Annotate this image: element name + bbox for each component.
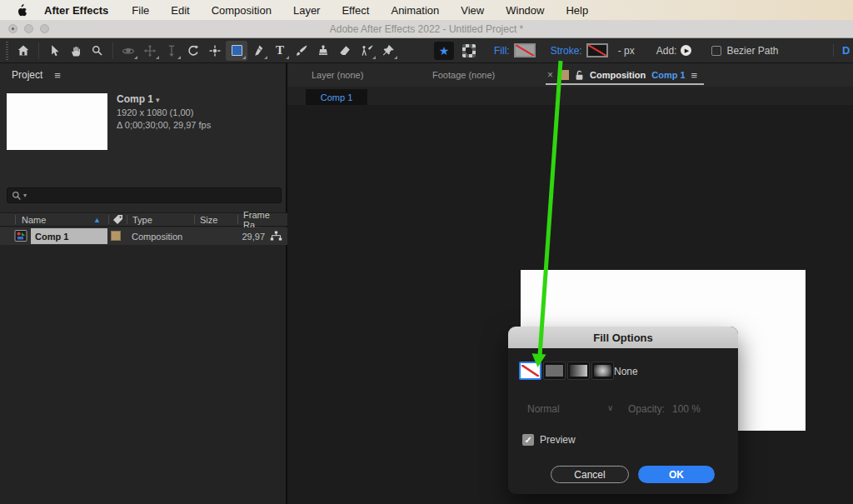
fill-type-radial-gradient-button[interactable] <box>591 362 614 380</box>
selection-tool-button[interactable] <box>43 41 65 61</box>
workspace-tab-partial[interactable]: D <box>833 44 850 57</box>
orbit-camera-icon <box>122 44 135 57</box>
menu-item-window[interactable]: Window <box>495 4 555 17</box>
roto-brush-tool-button[interactable] <box>356 41 377 61</box>
create-shape-button[interactable]: ★ <box>434 42 454 60</box>
viewer-tab-strip: Layer (none) Footage (none) × Compositio… <box>287 63 853 87</box>
chevron-down-icon: ∨ <box>607 403 613 412</box>
pen-tool-button[interactable] <box>247 41 269 61</box>
opacity-label: Opacity: <box>628 403 665 415</box>
home-button[interactable] <box>12 41 34 61</box>
tab-composition-label: Composition <box>590 70 646 80</box>
toolbar-separator <box>112 42 113 59</box>
roto-brush-icon <box>360 44 374 57</box>
table-row-comp1[interactable]: Comp 1 Composition 29,97 <box>0 227 287 245</box>
apple-menu[interactable] <box>10 4 32 17</box>
label-color-swatch[interactable] <box>111 231 121 241</box>
comp-duration: Δ 0;00;30;00, 29,97 fps <box>117 119 211 132</box>
menu-item-animation[interactable]: Animation <box>380 4 450 17</box>
type-tool-icon: T <box>276 43 284 57</box>
add-property-button[interactable]: ▶ <box>681 45 691 56</box>
comp-name[interactable]: Comp 1 <box>117 93 153 105</box>
type-tool-button[interactable]: T <box>269 41 291 61</box>
flowchart-icon[interactable] <box>270 231 282 243</box>
mask-icon <box>462 44 476 57</box>
preview-label: Preview <box>540 434 576 446</box>
row-name-cell[interactable]: Comp 1 <box>31 228 107 244</box>
fill-type-solid-button[interactable] <box>543 362 566 380</box>
project-panel-tab[interactable]: Project <box>12 69 42 81</box>
tab-composition-comp-name: Comp 1 <box>651 70 685 80</box>
row-frame-rate-cell: 29,97 <box>242 232 265 242</box>
unlock-icon[interactable] <box>575 70 584 81</box>
close-icon[interactable]: × <box>547 69 553 81</box>
menu-item-edit[interactable]: Edit <box>160 4 200 17</box>
clone-stamp-tool-button[interactable] <box>312 41 334 61</box>
menu-item-help[interactable]: Help <box>555 4 599 17</box>
stroke-color-swatch[interactable] <box>586 43 608 57</box>
toolbar-grip-handle[interactable] <box>4 42 10 60</box>
pan-behind-tool-button[interactable] <box>204 41 226 61</box>
fill-label[interactable]: Fill: <box>494 45 510 57</box>
pan-camera-tool-button <box>139 41 161 61</box>
panel-menu-icon[interactable]: ≡ <box>691 69 698 82</box>
project-table-header: Name ▲ Type Size Frame Ra.. <box>0 212 287 227</box>
create-mask-button[interactable] <box>459 42 479 60</box>
cancel-button[interactable]: Cancel <box>551 466 629 483</box>
preview-checkbox[interactable]: ✓ <box>522 434 534 446</box>
menu-item-file[interactable]: File <box>121 4 160 17</box>
menu-item-composition[interactable]: Composition <box>201 4 282 17</box>
stroke-label[interactable]: Stroke: <box>551 45 582 57</box>
viewer-tab-comp1[interactable]: Comp 1 <box>306 89 367 105</box>
tab-label-color-swatch <box>559 70 569 80</box>
composition-item-icon <box>14 229 27 244</box>
pan-camera-icon <box>143 44 157 57</box>
window-title-bar: Adobe After Effects 2022 - Untitled Proj… <box>0 20 853 38</box>
fill-type-linear-gradient-button[interactable] <box>567 362 590 380</box>
fill-color-swatch[interactable] <box>514 43 536 57</box>
dialog-buttons: Cancel OK <box>508 466 738 484</box>
chevron-down-icon[interactable]: ▾ <box>156 96 160 104</box>
fill-type-selected-label: None <box>614 366 638 377</box>
stroke-width-value[interactable]: - px <box>618 45 635 57</box>
brush-tool-button[interactable] <box>291 41 312 61</box>
puppet-pin-tool-button[interactable] <box>377 41 399 61</box>
column-header-type[interactable]: Type <box>127 215 194 224</box>
menu-item-view[interactable]: View <box>450 4 495 17</box>
eraser-tool-button[interactable] <box>334 41 356 61</box>
sort-ascending-icon[interactable]: ▲ <box>93 216 101 224</box>
project-list-empty-area <box>0 245 286 504</box>
blend-opacity-row: Normal ∨ Opacity: 100 % <box>508 403 738 417</box>
tag-icon <box>112 214 123 225</box>
fill-solid-icon <box>546 365 563 377</box>
comp-info: Comp 1 ▾ 1920 x 1080 (1,00) Δ 0;00;30;00… <box>117 93 211 132</box>
main-area: Project ≡ Comp 1 ▾ 1920 x 1080 (1,00) Δ … <box>0 63 853 504</box>
tab-layer[interactable]: Layer (none) <box>312 70 363 80</box>
column-header-label[interactable] <box>108 215 127 224</box>
search-input[interactable] <box>28 191 262 201</box>
fill-type-none-button[interactable] <box>519 362 541 380</box>
apple-icon <box>16 4 27 17</box>
rotate-icon <box>187 44 200 57</box>
column-header-frame-rate[interactable]: Frame Ra.. <box>237 215 287 224</box>
hand-tool-button[interactable] <box>65 41 87 61</box>
panel-menu-icon[interactable]: ≡ <box>54 69 61 82</box>
project-search-box[interactable]: ▾ <box>7 187 282 203</box>
menu-item-effect[interactable]: Effect <box>331 4 380 17</box>
search-icon <box>12 191 22 201</box>
column-header-size[interactable]: Size <box>194 215 237 224</box>
ok-button[interactable]: OK <box>638 466 715 483</box>
magnifier-icon <box>91 44 104 57</box>
menu-item-app[interactable]: After Effects <box>32 4 121 17</box>
rectangle-tool-button[interactable] <box>226 41 247 61</box>
rotate-tool-button[interactable] <box>182 41 204 61</box>
menu-item-layer[interactable]: Layer <box>282 4 332 17</box>
bezier-path-checkbox[interactable] <box>711 46 721 56</box>
zoom-tool-button[interactable] <box>87 41 108 61</box>
tab-footage[interactable]: Footage (none) <box>432 70 495 80</box>
puppet-pin-icon <box>382 44 395 57</box>
dolly-camera-icon <box>165 44 178 57</box>
search-options-caret-icon[interactable]: ▾ <box>23 192 27 199</box>
opacity-value: 100 % <box>672 403 701 415</box>
eraser-icon <box>338 44 352 57</box>
